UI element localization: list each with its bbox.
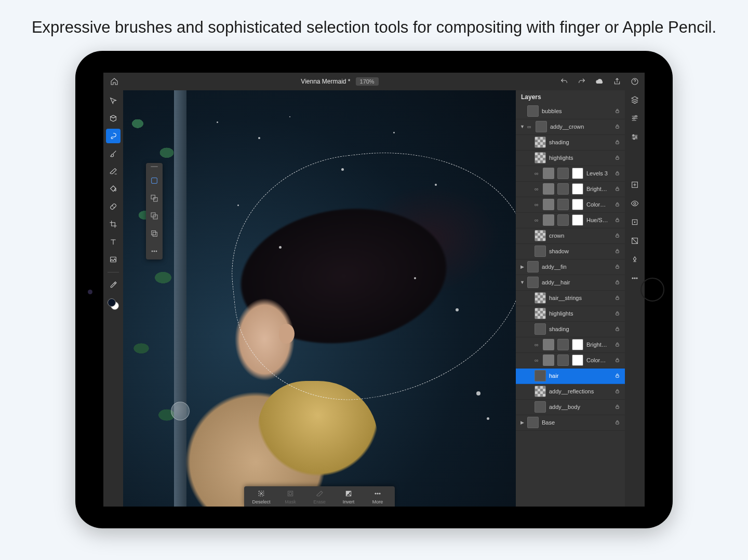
svg-rect-40 <box>616 391 619 393</box>
layer-row[interactable]: ∞Hue/S…tion 19 <box>516 213 625 228</box>
layer-row[interactable]: shadow <box>516 244 625 259</box>
layers-stack-icon[interactable] <box>630 94 640 105</box>
selection-subtoolbar[interactable] <box>146 163 163 259</box>
layer-mask-thumb-icon <box>572 168 583 179</box>
lock-icon[interactable] <box>615 124 621 130</box>
layer-label: Color…lance 21 <box>586 357 611 363</box>
eraser-tool-icon[interactable] <box>106 164 121 179</box>
lock-icon[interactable] <box>615 419 621 426</box>
layer-row[interactable]: ∞Bright…trast 31 <box>516 337 625 353</box>
lock-icon[interactable] <box>615 139 621 146</box>
layer-row[interactable]: addy__reflections <box>516 384 625 400</box>
help-icon[interactable] <box>630 77 639 86</box>
lock-icon[interactable] <box>615 248 621 255</box>
layer-thumb-icon <box>557 339 569 350</box>
layer-row[interactable]: highlights <box>516 306 625 322</box>
layer-row[interactable]: shading <box>516 135 625 151</box>
lock-icon[interactable] <box>615 264 621 270</box>
svg-point-21 <box>379 493 380 494</box>
healing-tool-icon[interactable] <box>106 199 121 214</box>
lock-icon[interactable] <box>615 170 621 177</box>
home-icon[interactable] <box>109 77 120 86</box>
lock-icon[interactable] <box>615 404 621 411</box>
more-button[interactable]: More <box>364 488 392 506</box>
transform-tool-icon[interactable] <box>106 111 121 126</box>
place-image-tool-icon[interactable] <box>106 252 121 267</box>
lock-icon[interactable] <box>615 326 621 333</box>
layer-row[interactable]: hair__strings <box>516 291 625 306</box>
layer-row[interactable]: ∞Color…lance 21 <box>516 353 625 368</box>
more-selection-icon[interactable] <box>149 246 159 256</box>
crop-tool-icon[interactable] <box>106 217 121 231</box>
layer-row[interactable]: ∞Levels 3 <box>516 166 625 182</box>
layer-properties-icon[interactable] <box>630 113 640 124</box>
layer-row[interactable]: hair <box>516 368 625 384</box>
canvas[interactable]: Deselect Mask Erase Invert More <box>123 90 516 507</box>
layer-row[interactable]: shading <box>516 322 625 337</box>
svg-rect-30 <box>616 235 619 237</box>
color-swatch[interactable] <box>108 298 119 310</box>
lock-icon[interactable] <box>615 217 621 224</box>
lock-icon[interactable] <box>615 201 621 208</box>
lock-icon[interactable] <box>615 373 621 379</box>
layer-row[interactable]: ▼addy__hair <box>516 275 625 291</box>
layer-row[interactable]: bubbles <box>516 104 625 119</box>
layer-label: highlights <box>549 155 611 161</box>
zoom-badge[interactable]: 170% <box>356 77 379 86</box>
layer-thumb-icon <box>535 370 546 381</box>
layer-thumb-icon <box>536 121 547 132</box>
lock-icon[interactable] <box>615 108 621 115</box>
lock-icon[interactable] <box>615 279 621 286</box>
erase-button[interactable]: Erase <box>305 488 333 506</box>
add-selection-icon[interactable] <box>149 193 159 203</box>
svg-rect-29 <box>616 220 619 222</box>
layer-row[interactable]: addy__body <box>516 400 625 415</box>
lock-icon[interactable] <box>615 357 621 364</box>
lock-icon[interactable] <box>615 186 621 193</box>
layer-settings-icon[interactable] <box>630 132 640 142</box>
svg-rect-33 <box>616 282 619 284</box>
cloud-icon[interactable] <box>595 77 604 86</box>
layer-row[interactable]: ∞Color…ance 23 <box>516 197 625 213</box>
lock-icon[interactable] <box>615 342 621 348</box>
layer-label: Color…ance 23 <box>586 201 611 208</box>
fill-tool-icon[interactable] <box>106 182 121 196</box>
lock-icon[interactable] <box>615 388 621 395</box>
redo-icon[interactable] <box>577 77 586 86</box>
layer-thumb-icon <box>535 245 546 257</box>
visibility-icon[interactable] <box>630 198 640 209</box>
fx-icon[interactable] <box>630 217 640 227</box>
share-icon[interactable] <box>612 77 622 86</box>
layer-row[interactable]: ▶addy__fin <box>516 259 625 275</box>
new-selection-icon[interactable] <box>149 175 159 186</box>
lock-icon[interactable] <box>615 233 621 239</box>
lasso-tool-icon[interactable] <box>106 129 121 143</box>
undo-icon[interactable] <box>559 77 569 86</box>
add-layer-icon[interactable] <box>630 180 640 190</box>
eyedropper-tool-icon[interactable] <box>106 278 121 292</box>
layer-row[interactable]: ▶Base <box>516 415 625 431</box>
move-tool-icon[interactable] <box>106 93 121 108</box>
layer-list[interactable]: bubbles▼∞addy__crownshadinghighlights∞Le… <box>516 104 625 507</box>
svg-point-12 <box>152 251 153 252</box>
layer-row[interactable]: crown <box>516 228 625 244</box>
mask-button[interactable]: Mask <box>276 488 304 506</box>
deselect-button[interactable]: Deselect <box>247 488 275 506</box>
layer-row[interactable]: highlights <box>516 151 625 166</box>
lock-icon[interactable] <box>615 310 621 317</box>
svg-rect-6 <box>151 195 155 199</box>
text-tool-icon[interactable] <box>106 235 121 249</box>
intersect-selection-icon[interactable] <box>149 228 159 239</box>
mask-util-icon[interactable] <box>630 254 640 265</box>
invert-button[interactable]: Invert <box>335 488 363 506</box>
layer-actions-icon[interactable] <box>630 236 640 246</box>
layer-row[interactable]: ▼∞addy__crown <box>516 119 625 135</box>
more-util-icon[interactable] <box>630 273 640 283</box>
lock-icon[interactable] <box>615 155 621 161</box>
subtract-selection-icon[interactable] <box>149 211 159 221</box>
lock-icon[interactable] <box>615 295 621 302</box>
svg-rect-25 <box>616 157 619 159</box>
layer-row[interactable]: ∞Bright…trast 32 <box>516 182 625 197</box>
brush-tool-icon[interactable] <box>106 146 121 161</box>
layer-thumb-icon <box>535 401 546 413</box>
